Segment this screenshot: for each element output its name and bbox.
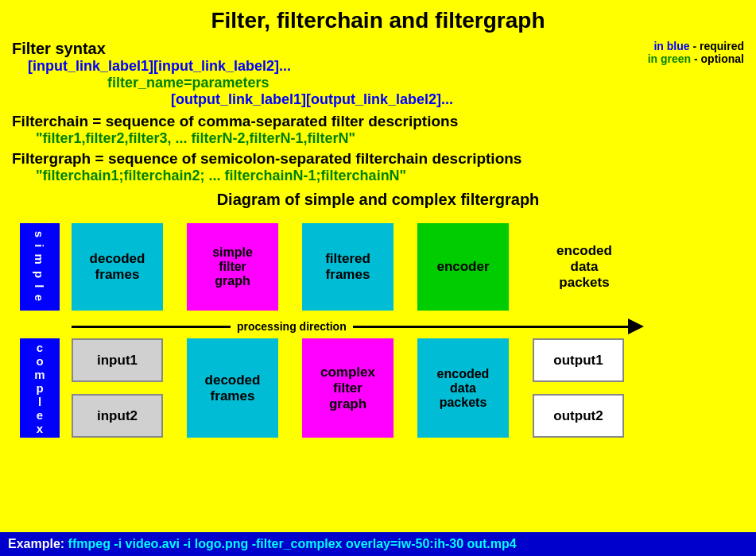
filtergraph-example: "filterchain1;filterchain2; ... filterch… bbox=[36, 168, 744, 184]
simple-label-text: s i m p l e bbox=[33, 231, 47, 303]
input1-box: input1 bbox=[72, 338, 163, 382]
arrow-head bbox=[628, 319, 644, 334]
filterchain-example: "filter1,filter2,filter3, ... filterN-2,… bbox=[36, 130, 744, 147]
encoder-box: encoder bbox=[417, 223, 509, 311]
bottom-bar: Example: ffmpeg -i video.avi -i logo.png… bbox=[0, 532, 756, 556]
output1-box: output1 bbox=[533, 338, 624, 382]
output2-box: output2 bbox=[533, 394, 624, 438]
encoded-data-packets-complex-box: encoded data packets bbox=[417, 338, 509, 438]
arrow-line-left bbox=[72, 326, 231, 328]
processing-arrow: processing direction bbox=[72, 319, 644, 334]
processing-direction-label: processing direction bbox=[237, 320, 347, 333]
in-green-label: in green bbox=[648, 52, 691, 65]
color-note: in blue - required in green - optional bbox=[648, 40, 744, 65]
input2-box: input2 bbox=[72, 394, 163, 438]
bottom-bar-prefix: Example: bbox=[8, 537, 68, 550]
filter-syntax-heading: Filter syntax bbox=[12, 40, 106, 57]
diagram-title: Diagram of simple and complex filtergrap… bbox=[12, 191, 744, 209]
syntax-line3: [output_link_label1][output_link_label2]… bbox=[171, 91, 744, 108]
bottom-bar-command: ffmpeg -i video.avi -i logo.png -filter_… bbox=[68, 537, 517, 550]
complex-label: c o m p l e x bbox=[20, 338, 60, 438]
in-green-suffix: - optional bbox=[691, 52, 744, 65]
simple-label: s i m p l e bbox=[20, 223, 60, 311]
page-title: Filter, filterchain and filtergraph bbox=[12, 8, 744, 33]
in-blue-label: in blue bbox=[653, 40, 689, 52]
main-container: Filter, filterchain and filtergraph Filt… bbox=[0, 0, 756, 556]
filtered-frames-box: filtered frames bbox=[302, 223, 394, 311]
encoded-data-packets-simple-box: encoded data packets bbox=[533, 223, 636, 311]
filtergraph-label: Filtergraph = sequence of semicolon-sepa… bbox=[12, 150, 744, 168]
decoded-frames-simple-box: decoded frames bbox=[72, 223, 163, 311]
simple-filter-graph-box: simple filter graph bbox=[187, 223, 278, 311]
filterchain-label: Filterchain = sequence of comma-separate… bbox=[12, 113, 744, 130]
filter-syntax-section: Filter syntax in blue - required in gree… bbox=[12, 40, 744, 108]
complex-filter-graph-box: complex filter graph bbox=[302, 338, 394, 438]
syntax-line1: [input_link_label1][input_link_label2]..… bbox=[28, 58, 744, 75]
syntax-line2: filter_name=parameters bbox=[107, 75, 744, 91]
in-blue-suffix: - required bbox=[690, 40, 744, 52]
arrow-line-right bbox=[353, 326, 628, 328]
decoded-frames-complex-box: decoded frames bbox=[187, 338, 278, 438]
complex-label-text: c o m p l e x bbox=[34, 341, 45, 435]
diagram-area: s i m p l e decoded frames simple filter… bbox=[12, 215, 744, 450]
